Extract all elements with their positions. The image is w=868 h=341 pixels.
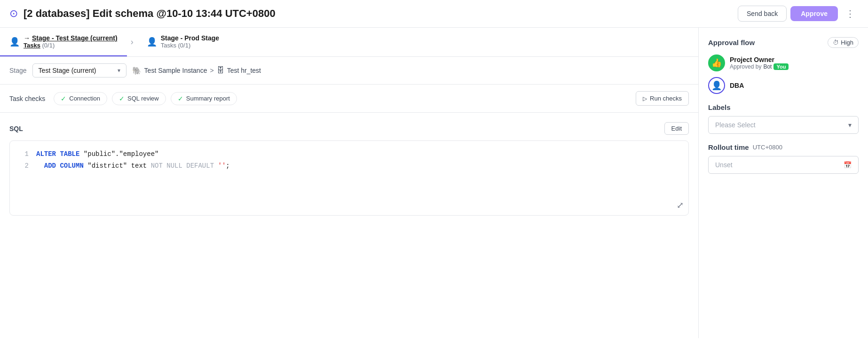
sql-label: SQL: [9, 125, 23, 132]
stage-user-icon: 👤: [9, 37, 20, 47]
keyword-alter-table: ALTER TABLE: [36, 150, 84, 158]
keyword-not-null: NOT NULL DEFAULT: [151, 162, 218, 170]
check-connection-label: Connection: [69, 95, 100, 102]
bot-label: Bot: [763, 63, 772, 70]
approver-thumbs-up-icon: 👍: [708, 54, 725, 71]
stage-label: Stage: [9, 67, 27, 74]
postgres-icon: 🐘: [132, 66, 142, 75]
labels-section: Labels Please Select ▾: [708, 103, 859, 134]
chevron-down-icon-labels: ▾: [848, 121, 852, 129]
approver-project-owner-name: Project Owner: [730, 56, 789, 63]
rollout-section: Rollout time UTC+0800 Unset 📅: [708, 143, 859, 174]
edit-button[interactable]: Edit: [664, 122, 689, 135]
approver-dba-name: DBA: [730, 82, 744, 89]
db-arrow: >: [210, 67, 213, 74]
you-badge: You: [773, 63, 789, 70]
line-number-2: 2: [19, 160, 29, 172]
stage-tab-prod[interactable]: 👤 Stage - Prod Stage Tasks (0/1): [137, 28, 260, 56]
run-checks-button[interactable]: ▷ Run checks: [636, 91, 689, 106]
stage-tabs: 👤 → Stage - Test Stage (current) Tasks (…: [0, 28, 698, 57]
check-sql-review-label: SQL review: [127, 95, 159, 102]
more-options-button[interactable]: ⋮: [842, 6, 859, 21]
header-actions: Send back Approve ⋮: [738, 6, 859, 22]
header-icon: ⊙: [9, 8, 18, 20]
approver-project-owner-status: Approved by Bot You: [730, 63, 789, 70]
approved-by-text: Approved by: [730, 63, 761, 70]
stage-tab-test[interactable]: 👤 → Stage - Test Stage (current) Tasks (…: [0, 28, 127, 56]
approver-dba-info: DBA: [730, 82, 744, 89]
string-empty: '': [218, 162, 226, 170]
page-title: [2 databases] Edit schema @10-10 13:44 U…: [24, 8, 732, 20]
sql-code-2: ADD COLUMN "district" text NOT NULL DEFA…: [36, 160, 230, 172]
line-number-1: 1: [19, 148, 29, 160]
approve-button[interactable]: Approve: [790, 6, 838, 21]
rollout-header: Rollout time UTC+0800: [708, 143, 859, 151]
approval-flow-header: Approval flow ⏱ High: [708, 37, 859, 48]
check-ok-icon: ✓: [61, 95, 66, 102]
sql-editor: 1 ALTER TABLE "public"."employee" 2 ADD …: [9, 140, 689, 216]
check-ok-icon-3: ✓: [178, 95, 183, 102]
rollout-title: Rollout time: [708, 143, 749, 151]
approval-flow-section: Approval flow ⏱ High 👍 Project Owner App…: [708, 37, 859, 94]
stage-tab-prod-tasks: Tasks (0/1): [161, 42, 219, 49]
approval-flow-title: Approval flow: [708, 39, 755, 46]
calendar-icon: 📅: [844, 161, 852, 169]
approver-project-owner-info: Project Owner Approved by Bot You: [730, 56, 789, 70]
task-checks-row: Task checks ✓ Connection ✓ SQL review ✓ …: [0, 85, 698, 113]
priority-label: High: [841, 39, 853, 46]
sql-code-1: ALTER TABLE "public"."employee": [36, 148, 158, 160]
chevron-down-icon: ▾: [118, 67, 120, 74]
clock-icon: ⏱: [833, 39, 839, 46]
rollout-input[interactable]: Unset 📅: [708, 156, 859, 174]
stage-tab-prod-title: Stage - Prod Stage: [161, 34, 219, 42]
stage-select[interactable]: Test Stage (current) ▾: [32, 63, 126, 78]
rollout-timezone: UTC+0800: [753, 144, 782, 151]
labels-title: Labels: [708, 103, 859, 111]
expand-icon[interactable]: ⤢: [677, 200, 684, 210]
stage-tab-test-tasks: Tasks (0/1): [24, 42, 118, 49]
sql-line-2: 2 ADD COLUMN "district" text NOT NULL DE…: [19, 160, 679, 172]
check-ok-icon-2: ✓: [119, 95, 125, 102]
main-layout: 👤 → Stage - Test Stage (current) Tasks (…: [0, 28, 868, 338]
db-icon: 🗄: [217, 66, 224, 75]
stage-prod-user-icon: 👤: [147, 37, 157, 47]
header: ⊙ [2 databases] Edit schema @10-10 13:44…: [0, 0, 868, 28]
send-back-button[interactable]: Send back: [738, 6, 787, 22]
play-icon: ▷: [643, 95, 647, 102]
stage-db-info: 🐘 Test Sample Instance > 🗄 Test hr_test: [132, 66, 261, 75]
approver-project-owner: 👍 Project Owner Approved by Bot You: [708, 54, 859, 71]
content-area: 👤 → Stage - Test Stage (current) Tasks (…: [0, 28, 699, 338]
stage-row: Stage Test Stage (current) ▾ 🐘 Test Samp…: [0, 57, 698, 85]
stage-tab-test-title: → Stage - Test Stage (current): [24, 34, 118, 42]
priority-badge: ⏱ High: [828, 37, 859, 48]
db-name: Test hr_test: [227, 67, 261, 74]
stage-selected-value: Test Stage (current): [39, 67, 96, 74]
task-checks-label: Task checks: [9, 95, 45, 102]
run-checks-label: Run checks: [650, 95, 682, 102]
rollout-placeholder: Unset: [715, 161, 733, 169]
labels-select[interactable]: Please Select ▾: [708, 116, 859, 134]
sql-header: SQL Edit: [9, 122, 689, 135]
db-instance: Test Sample Instance: [144, 67, 207, 74]
approver-dba-icon: 👤: [708, 77, 725, 94]
labels-placeholder: Please Select: [715, 121, 756, 129]
sql-section: SQL Edit 1 ALTER TABLE "public"."employe…: [0, 113, 698, 225]
sidebar: Approval flow ⏱ High 👍 Project Owner App…: [699, 28, 868, 338]
sql-editor-inner: 1 ALTER TABLE "public"."employee" 2 ADD …: [10, 141, 688, 179]
check-summary-report: ✓ Summary report: [171, 92, 237, 105]
stage-separator: ›: [127, 28, 137, 56]
approver-dba: 👤 DBA: [708, 77, 859, 94]
check-summary-report-label: Summary report: [186, 95, 230, 102]
keyword-add-column: ADD COLUMN: [44, 162, 87, 170]
sql-line-1: 1 ALTER TABLE "public"."employee": [19, 148, 679, 160]
check-sql-review: ✓ SQL review: [112, 92, 166, 105]
check-connection: ✓ Connection: [54, 92, 107, 105]
